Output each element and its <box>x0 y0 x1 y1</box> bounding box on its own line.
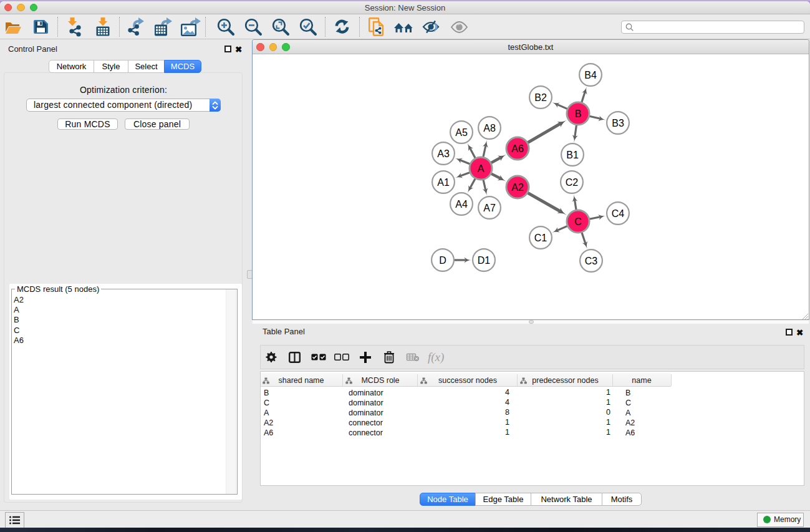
svg-text:C: C <box>574 216 582 227</box>
svg-text:B2: B2 <box>534 92 547 103</box>
svg-text:A2: A2 <box>511 182 524 193</box>
svg-text:C2: C2 <box>566 177 579 188</box>
svg-text:A6: A6 <box>511 143 524 154</box>
svg-text:D: D <box>439 255 446 266</box>
svg-text:A1: A1 <box>437 177 450 188</box>
svg-text:B1: B1 <box>566 150 579 160</box>
svg-text:B4: B4 <box>584 70 597 80</box>
svg-text:A5: A5 <box>455 127 468 138</box>
svg-text:A7: A7 <box>483 203 496 213</box>
svg-text:A8: A8 <box>483 123 496 133</box>
svg-text:A3: A3 <box>437 148 450 159</box>
svg-text:B: B <box>575 109 582 119</box>
svg-text:A: A <box>478 163 485 174</box>
svg-text:A4: A4 <box>455 199 468 210</box>
svg-text:D1: D1 <box>478 255 491 266</box>
svg-text:C1: C1 <box>534 233 547 243</box>
svg-text:B3: B3 <box>612 118 624 128</box>
svg-text:C4: C4 <box>612 208 625 219</box>
svg-text:C3: C3 <box>585 256 598 266</box>
